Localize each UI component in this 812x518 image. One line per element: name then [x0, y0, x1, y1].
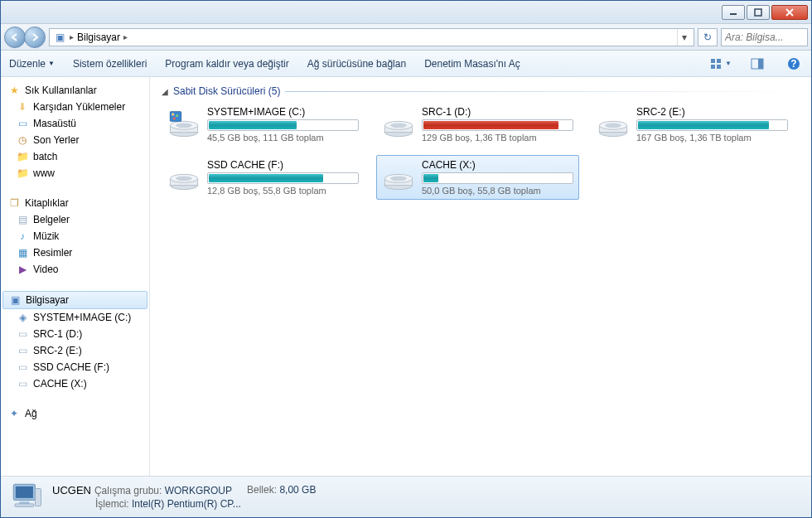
- titlebar: [1, 1, 811, 24]
- uninstall-program-button[interactable]: Program kaldır veya değiştir: [165, 58, 288, 70]
- section-header[interactable]: ◢ Sabit Disk Sürücüleri (5): [162, 85, 800, 97]
- drive-icon: ▭: [16, 344, 29, 357]
- svg-rect-38: [15, 503, 34, 506]
- close-button[interactable]: [771, 5, 808, 20]
- drive-subtitle: 167 GB boş, 1,36 TB toplam: [636, 133, 788, 143]
- drive-icon: [167, 106, 201, 139]
- svg-rect-14: [170, 112, 181, 122]
- address-bar: ▣ ▸ Bilgisayar ▸ ▾ ↻: [1, 24, 811, 51]
- address-box[interactable]: ▣ ▸ Bilgisayar ▸ ▾: [49, 28, 694, 46]
- star-icon: ★: [7, 84, 21, 97]
- system-properties-button[interactable]: Sistem özellikleri: [73, 58, 147, 70]
- open-control-panel-button[interactable]: Denetim Masası'nı Aç: [424, 58, 520, 70]
- sidebar-drive[interactable]: ▭CACHE (X:): [1, 375, 149, 392]
- usage-bar: [422, 119, 573, 131]
- sidebar-item[interactable]: ♪Müzik: [1, 228, 149, 244]
- svg-rect-0: [730, 13, 737, 15]
- sidebar-item[interactable]: ▤Belgeler: [1, 211, 149, 228]
- svg-rect-36: [16, 486, 33, 497]
- breadcrumb-computer[interactable]: Bilgisayar: [77, 31, 120, 43]
- drive-subtitle: 50,0 GB boş, 55,8 GB toplam: [422, 186, 573, 196]
- drive-name: SYSTEM+IMAGE (C:): [207, 106, 359, 118]
- sidebar-drive[interactable]: ▭SSD CACHE (F:): [1, 359, 149, 375]
- preview-pane-button[interactable]: [748, 55, 766, 73]
- computer-icon: ▣: [53, 31, 66, 44]
- minimize-button[interactable]: [722, 5, 745, 20]
- drive-item[interactable]: CACHE (X:) 50,0 GB boş, 55,8 GB toplam: [376, 155, 579, 200]
- svg-rect-3: [717, 59, 721, 63]
- sidebar-item[interactable]: ⬇Karşıdan Yüklemeler: [1, 99, 149, 115]
- search-input[interactable]: [725, 31, 804, 43]
- drive-icon: ▭: [16, 327, 29, 341]
- sidebar-item[interactable]: 📁batch: [1, 148, 149, 165]
- svg-point-16: [172, 113, 174, 115]
- svg-rect-7: [758, 59, 763, 69]
- drive-name: CACHE (X:): [422, 159, 573, 171]
- network-header[interactable]: ✦Ağ: [1, 405, 149, 422]
- network-icon: ✦: [7, 407, 21, 420]
- doc-icon: ▤: [16, 213, 29, 226]
- desktop-icon: ▭: [16, 117, 29, 130]
- toolbar: Düzenle ▼ Sistem özellikleri Program kal…: [1, 51, 811, 77]
- computer-header[interactable]: ▣Bilgisayar: [2, 291, 147, 309]
- svg-point-18: [173, 117, 176, 119]
- favorites-header[interactable]: ★Sık Kullanılanlar: [1, 82, 149, 99]
- download-icon: ⬇: [16, 100, 29, 114]
- drive-icon: ▭: [16, 361, 29, 374]
- view-options-button[interactable]: ▼: [712, 55, 730, 73]
- folder-icon: 📁: [16, 150, 29, 163]
- drive-subtitle: 129 GB boş, 1,36 TB toplam: [422, 133, 573, 143]
- sidebar-item[interactable]: 📁www: [1, 165, 149, 182]
- svg-text:?: ?: [790, 58, 796, 70]
- drive-name: SSD CACHE (F:): [207, 159, 359, 171]
- drive-icon: [382, 106, 415, 139]
- drive-icon: [382, 159, 415, 192]
- video-icon: ▶: [16, 263, 29, 276]
- maximize-button[interactable]: [747, 5, 770, 20]
- collapse-icon: ◢: [162, 87, 168, 96]
- refresh-button[interactable]: ↻: [698, 28, 718, 46]
- svg-rect-1: [755, 9, 761, 16]
- drive-icon: ▭: [16, 377, 29, 390]
- libraries-icon: ❒: [7, 196, 21, 210]
- sidebar-item[interactable]: ◷Son Yerler: [1, 132, 149, 148]
- sidebar-item[interactable]: ▶Video: [1, 261, 149, 278]
- sidebar-drive[interactable]: ▭SRC-2 (E:): [1, 342, 149, 359]
- organize-menu[interactable]: Düzenle ▼: [9, 58, 55, 70]
- svg-rect-2: [711, 59, 715, 63]
- details-pane: UCGENÇalışma grubu: WORKGROUP Bellek: 8,…: [1, 476, 811, 517]
- explorer-window: ▣ ▸ Bilgisayar ▸ ▾ ↻ Düzenle ▼ Sistem öz…: [0, 0, 812, 518]
- system-drive-icon: ◈: [16, 311, 29, 324]
- help-button[interactable]: ?: [785, 55, 803, 73]
- forward-button[interactable]: [24, 27, 46, 48]
- back-button[interactable]: [4, 27, 26, 48]
- sidebar-drive[interactable]: ◈SYSTEM+IMAGE (C:): [1, 309, 149, 326]
- computer-name: UCGEN: [52, 484, 91, 496]
- sidebar-drive[interactable]: ▭SRC-1 (D:): [1, 326, 149, 342]
- usage-bar: [207, 172, 359, 184]
- svg-point-17: [176, 114, 178, 117]
- map-network-drive-button[interactable]: Ağ sürücüsüne bağlan: [307, 58, 406, 70]
- usage-bar: [207, 119, 359, 131]
- music-icon: ♪: [16, 230, 29, 243]
- separator-icon: ▸: [123, 32, 128, 41]
- svg-rect-39: [36, 488, 41, 506]
- address-dropdown[interactable]: ▾: [677, 29, 690, 46]
- drive-item[interactable]: SRC-2 (E:) 167 GB boş, 1,36 TB toplam: [591, 102, 794, 147]
- sidebar-item[interactable]: ▭Masaüstü: [1, 115, 149, 132]
- svg-point-22: [390, 123, 407, 128]
- svg-point-30: [176, 176, 192, 181]
- svg-point-26: [605, 123, 621, 128]
- drive-item[interactable]: SRC-1 (D:) 129 GB boş, 1,36 TB toplam: [376, 102, 579, 147]
- search-box[interactable]: [721, 28, 808, 46]
- svg-rect-4: [711, 65, 715, 69]
- pic-icon: ▦: [16, 246, 29, 259]
- navigation-pane: ★Sık Kullanılanlar ⬇Karşıdan Yüklemeler▭…: [1, 77, 150, 476]
- libraries-header[interactable]: ❒Kitaplıklar: [1, 195, 149, 211]
- drive-item[interactable]: SYSTEM+IMAGE (C:) 45,5 GB boş, 111 GB to…: [162, 102, 365, 147]
- usage-bar: [422, 172, 573, 184]
- drive-name: SRC-1 (D:): [422, 106, 573, 118]
- sidebar-item[interactable]: ▦Resimler: [1, 244, 149, 261]
- drive-item[interactable]: SSD CACHE (F:) 12,8 GB boş, 55,8 GB topl…: [162, 155, 365, 200]
- drive-name: SRC-2 (E:): [636, 106, 788, 118]
